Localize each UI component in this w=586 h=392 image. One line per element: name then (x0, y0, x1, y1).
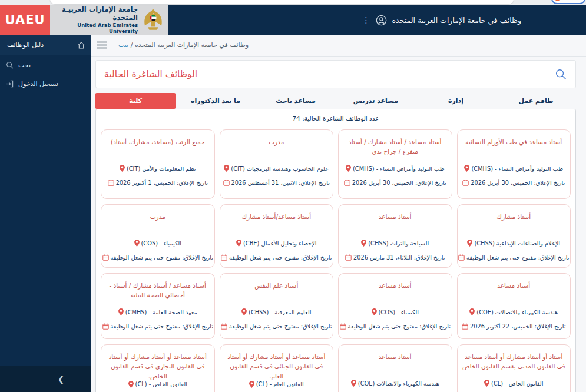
job-card[interactable]: أستاذ مساعد في طب الأورام النسائية طب ال… (457, 129, 571, 199)
sidebar-brand-label: دليل الوظائف (7, 41, 44, 49)
tab-1[interactable]: إدارة (416, 93, 496, 109)
jobs-grid: أستاذ مساعد في طب الأورام النسائية طب ال… (96, 127, 575, 392)
job-card[interactable]: أستاذ مشارك الإعلام والصناعات الإبداعية … (457, 204, 571, 268)
job-title: أستاذ مساعد / أستاذ مشارك / أستاذ - أخصا… (106, 281, 210, 308)
login-icon (6, 80, 14, 88)
job-closing-date: تاريخ الإغلاق: الثلاثاء، 31 مارس 2026 (353, 254, 445, 261)
job-card[interactable]: أستاذ مساعد السياحة والتراث (CHSS) تاريخ… (338, 204, 452, 268)
job-department-line: الكيمياء - (COS) (134, 240, 181, 247)
home-icon (77, 41, 85, 49)
job-card[interactable]: أستاذ مساعد هندسة الكهرباء والاتصالات (C… (457, 273, 571, 339)
job-card[interactable]: أستاذ مساعد أو أستاذ مشارك أو أستاذ في ا… (101, 344, 215, 392)
job-title: مدرب (150, 212, 165, 240)
tab-3[interactable]: مساعد باحث (256, 93, 336, 109)
job-department-line: القانون العام - (CL) (249, 381, 304, 388)
job-title: مدرب (269, 137, 284, 165)
search-icon (6, 61, 14, 69)
job-department-line: هندسة الكهرباء والاتصالات (COE) (351, 380, 439, 387)
university-brand[interactable]: جامعة الإمارات العربيـة المتحدة United A… (50, 5, 168, 35)
tab-4[interactable]: ما بعد الدكتوراه (176, 93, 256, 109)
tab-label: مساعد باحث (276, 97, 316, 105)
job-card[interactable]: أستاذ مساعد / أستاذ مشارك / أستاذ - أخصا… (101, 273, 215, 339)
uaeu-logo[interactable]: UAEU (0, 5, 50, 35)
tab-5[interactable]: كلية (95, 93, 176, 109)
location-pin-icon (249, 381, 254, 388)
job-department-line: السياحة والتراث (CHSS) (361, 240, 429, 247)
job-title: أستاذ مساعد في طب الأورام النسائية (465, 137, 562, 165)
sidebar-item-label: بحث (18, 61, 31, 69)
job-title: جميع الرتب (مساعد، مشارك، أستاذ) (111, 137, 204, 165)
job-closing-date: تاريخ الإغلاق: مفتوح حتى يتم شغل الوظيفة (466, 254, 569, 261)
job-department: نظم المعلومات والأمن (CIT) (127, 165, 196, 172)
job-card[interactable]: أستاذ مساعد الكيمياء - (COS) تاريخ الإغل… (338, 273, 452, 339)
search-jobs-icon[interactable] (555, 68, 567, 81)
header-right-cluster: ⋮ وظائف في جامعة الإمارات العربية المتحد… (362, 5, 521, 35)
job-card[interactable]: أستاذ مساعد / أستاذ مشارك / أستاذ متفرغ … (338, 129, 452, 199)
job-department: القانون الخاص - (CL) (135, 381, 187, 387)
job-closing-line: تاريخ الإغلاق: الخميس، 30 أبريل 2026 (344, 180, 446, 186)
job-closing-date: تاريخ الإغلاق: مفتوح حتى يتم شغل الوظيفة (229, 323, 332, 330)
location-pin-icon (236, 240, 241, 247)
job-closing-date: تاريخ الإغلاق: الخميس، 30 أبريل 2026 (471, 180, 565, 186)
breadcrumb-home-link[interactable]: بيت (118, 41, 128, 49)
job-card[interactable]: جميع الرتب (مساعد، مشارك، أستاذ) نظم الم… (101, 129, 215, 199)
job-closing-line: تاريخ الإغلاق: الاثنين، 31 أغسطس 2026 (223, 180, 330, 186)
user-account-icon[interactable] (376, 15, 387, 26)
location-pin-icon (351, 380, 356, 387)
job-title: أستاذ علم النفس (254, 281, 298, 308)
job-department: هندسة الكهرباء والاتصالات (COE) (358, 380, 439, 387)
job-card[interactable]: مدرب الكيمياء - (COS) تاريخ الإغلاق: مفت… (101, 204, 215, 268)
location-pin-icon (241, 308, 247, 315)
breadcrumb-strip: وظائف في جامعة الإمارات العربية المتحدة … (91, 35, 586, 57)
job-department-line: طب التوليد وأمراض النساء - (CMHS) (464, 165, 563, 172)
hamburger-menu-icon[interactable] (97, 41, 107, 49)
job-department: العلوم المعرفية - (CHSS) (249, 309, 311, 315)
job-closing-date: تاريخ الإغلاق: الخميس، 22 أكتوبر 2026 (470, 323, 566, 330)
job-title: أستاذ مساعد / أستاذ مشارك / أستاذ متفرغ … (343, 137, 447, 165)
tab-0[interactable]: طاقم عمل (496, 93, 576, 109)
job-card[interactable]: مدرب علوم الحاسوب وهندسة البرمجيات (CIT)… (220, 129, 334, 199)
calendar-icon (223, 180, 230, 186)
sidebar-collapse-bar[interactable]: ❮ (0, 366, 91, 392)
job-closing-line: تاريخ الإغلاق: مفتوح حتى يتم شغل الوظيفة (458, 254, 569, 261)
main-content: الوظائف الشاغرة الحالية طاقم عملإدارةمسا… (91, 57, 586, 392)
job-department: الإحصاء وتحليل الأعمال (CBE) (243, 240, 317, 247)
job-card[interactable]: أستاذ أو أستاذ مشارك أو أستاذ مساعد في ا… (457, 344, 571, 392)
job-closing-line: تاريخ الإغلاق: الثلاثاء، 31 مارس 2026 (345, 254, 445, 261)
sidebar: دليل الوظائف بحث تسجيل الدخول ❮ (0, 35, 91, 392)
job-closing-line: تاريخ الإغلاق: مفتوح حتى يتم شغل الوظيفة (221, 323, 332, 330)
calendar-icon (462, 323, 468, 330)
job-closing-line: تاريخ الإغلاق: مفتوح حتى يتم شغل الوظيفة (221, 254, 332, 261)
job-card[interactable]: أستاذ مساعد هندسة الكهرباء والاتصالات (C… (338, 344, 452, 392)
job-department-line: علوم الحاسوب وهندسة البرمجيات (CIT) (224, 165, 329, 172)
kebab-menu-icon[interactable]: ⋮ (362, 16, 370, 24)
calendar-icon (102, 254, 109, 261)
job-closing-date: تاريخ الإغلاق: الاثنين، 31 أغسطس 2026 (231, 180, 330, 186)
browser-extension-pill (551, 0, 585, 4)
job-card[interactable]: أستاذ مساعد/أستاذ مشارك الإحصاء وتحليل ا… (220, 204, 334, 268)
chevron-left-icon: ❮ (58, 375, 64, 384)
job-card[interactable]: أستاذ علم النفس العلوم المعرفية - (CHSS)… (220, 273, 334, 339)
tab-label: كلية (129, 97, 142, 105)
job-closing-date: تاريخ الإغلاق: مفتوح حتى يتم شغل الوظيفة (348, 323, 451, 330)
job-closing-line: تاريخ الإغلاق: الخميس، 22 أكتوبر 2026 (462, 323, 566, 330)
job-department-line: العلوم المعرفية - (CHSS) (241, 308, 311, 315)
job-closing-date: تاريخ الإغلاق: الخميس، 30 أبريل 2026 (352, 180, 446, 186)
job-title: أستاذ مساعد أو أستاذ مشارك أو أستاذ في ا… (225, 352, 329, 381)
job-department: القانون العام - (CL) (256, 381, 304, 387)
sidebar-item-search[interactable]: بحث (0, 55, 91, 74)
job-closing-line: تاريخ الإغلاق: مفتوح حتى يتم شغل الوظيفة (102, 254, 213, 261)
tab-2[interactable]: مساعد تدريس (336, 93, 416, 109)
job-card[interactable]: أستاذ مساعد أو أستاذ مشارك أو أستاذ في ا… (220, 344, 334, 392)
job-department-line: القانون الخاص - (CL) (484, 380, 543, 387)
location-pin-icon (467, 240, 472, 247)
job-closing-line: تاريخ الإغلاق: مفتوح حتى يتم شغل الوظيفة (102, 323, 213, 330)
calendar-icon (340, 323, 346, 330)
calendar-icon (462, 180, 469, 186)
location-pin-icon (469, 308, 475, 315)
location-pin-icon (134, 240, 140, 247)
sidebar-brand-jobs-guide[interactable]: دليل الوظائف (0, 35, 91, 55)
location-pin-icon (118, 308, 124, 315)
sidebar-item-login[interactable]: تسجيل الدخول (0, 74, 91, 93)
sidebar-item-label: تسجيل الدخول (18, 80, 58, 88)
